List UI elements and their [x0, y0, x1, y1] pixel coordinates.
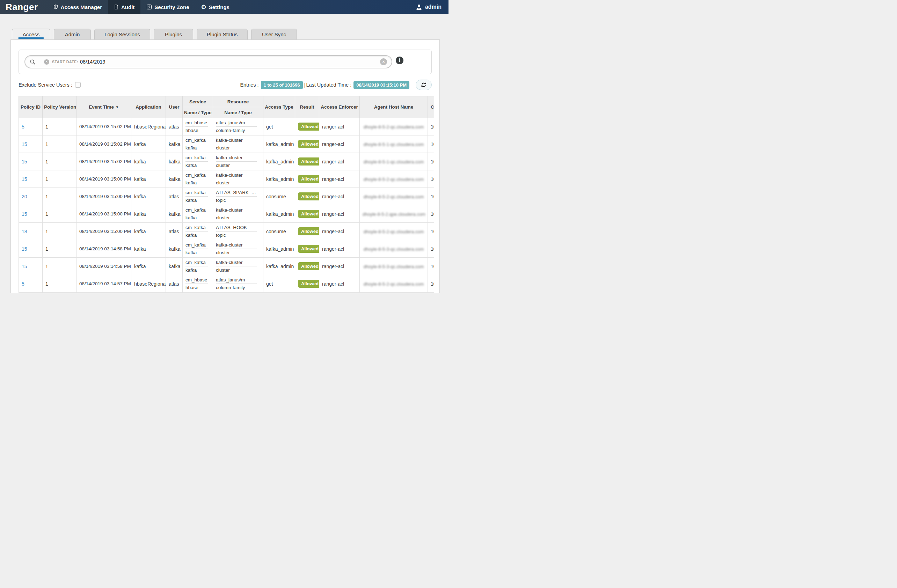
policy-id-link[interactable]: 15 — [21, 211, 27, 217]
cell-access-type — [263, 293, 295, 294]
cell-resource: kafka-clustercluster — [213, 136, 263, 153]
name-type-divider — [216, 266, 257, 266]
tab-login-sessions[interactable]: Login Sessions — [94, 29, 150, 40]
access-audit-panel: × START DATE: 08/14/2019 × i Exclude Ser… — [11, 40, 440, 293]
cell-agent-host-name: dhoyle-8-5-2-qc.cloudera.com — [360, 275, 428, 293]
exclude-label: Exclude Service Users : — [18, 82, 72, 88]
cell-resource-type: cluster — [216, 145, 260, 151]
cell-policy-version: 1 — [43, 170, 77, 188]
exclude-service-users: Exclude Service Users : — [18, 82, 81, 88]
cell-client-ip: 10. — [428, 223, 435, 240]
tab-admin[interactable]: Admin — [54, 29, 91, 40]
name-type-divider — [185, 214, 208, 214]
cell-agent-host-name: dhoyle-8-5-1-qc.cloudera.com — [360, 136, 428, 153]
name-type-divider — [216, 214, 257, 214]
tab-plugins[interactable]: Plugins — [154, 29, 193, 40]
app-logo[interactable]: Ranger — [0, 0, 47, 14]
col-client-ip: Client IP — [428, 96, 435, 118]
cell-user: kafka — [166, 205, 183, 223]
cell-resource-name: atlas_janus/m — [216, 120, 260, 125]
cell-policy-id: 15 — [19, 136, 43, 153]
nav-security-zone[interactable]: Security Zone — [141, 0, 195, 14]
cell-resource: kafka-clustercluster — [213, 258, 263, 275]
policy-id-link[interactable]: 15 — [21, 246, 27, 252]
sort-desc-icon: ▼ — [116, 105, 119, 109]
nav-access-manager[interactable]: Access Manager — [47, 0, 108, 14]
cell-service-name: cm_kafka — [185, 173, 210, 178]
cell-policy-id: 15 — [19, 205, 43, 223]
file-icon — [114, 4, 119, 10]
policy-id-link[interactable]: 18 — [21, 229, 27, 234]
cell-service-name: cm_kafka — [185, 225, 210, 230]
cell-resource-name: ATLAS_SPARK_… — [216, 190, 260, 195]
info-icon[interactable]: i — [396, 57, 403, 64]
cell-service — [183, 293, 213, 294]
audit-row: 15108/14/2019 03:15:02 PMkafkakafkacm_ka… — [19, 136, 435, 153]
cell-user: kafka — [166, 258, 183, 275]
cell-policy-id: 15 — [19, 258, 43, 275]
name-type-divider — [216, 249, 257, 249]
cell-event-time: 08/14/2019 03:15:00 PM — [77, 223, 131, 240]
cell-resource-type: topic — [216, 198, 260, 203]
cell-resource-name: kafka-cluster — [216, 137, 260, 143]
cell-client-ip: 10. — [428, 170, 435, 188]
cell-agent-host-name — [360, 293, 428, 294]
cell-result: Allowed — [295, 275, 319, 293]
cell-application: hbaseRegional — [131, 275, 166, 293]
policy-id-link[interactable]: 15 — [21, 176, 27, 182]
cell-service-type: kafka — [185, 215, 210, 220]
remove-filter-icon[interactable]: × — [44, 60, 49, 64]
cell-service: cm_kafkakafka — [183, 223, 213, 240]
cell-service-type: kafka — [185, 232, 210, 238]
cell-service: cm_kafkakafka — [183, 205, 213, 223]
policy-id-link[interactable]: 15 — [21, 264, 27, 269]
name-type-divider — [216, 231, 257, 232]
audit-tabs: Access Admin Login Sessions Plugins Plug… — [12, 29, 448, 40]
cell-resource-name: kafka-cluster — [216, 260, 260, 265]
policy-id-link[interactable]: 5 — [21, 281, 24, 287]
cell-resource-name: kafka-cluster — [216, 242, 260, 247]
cell-resource-type: cluster — [216, 163, 260, 168]
exclude-checkbox[interactable] — [75, 82, 81, 88]
cell-application: kafka — [131, 240, 166, 258]
cell-policy-version: 1 — [43, 275, 77, 293]
refresh-button[interactable] — [416, 79, 432, 90]
result-badge: Allowed — [298, 227, 319, 235]
tab-access[interactable]: Access — [12, 29, 50, 40]
cell-resource: kafka-clustercluster — [213, 153, 263, 170]
cell-policy-version: 1 — [43, 153, 77, 170]
cell-resource-type: cluster — [216, 180, 260, 185]
cell-access-type: get — [263, 275, 295, 293]
cell-application: hbaseRegional — [131, 118, 166, 136]
cell-access-enforcer: ranger-acl — [319, 170, 360, 188]
policy-id-link[interactable]: 15 — [21, 159, 27, 165]
col-agent-host-name: Agent Host Name — [360, 96, 428, 118]
nav-label: Settings — [209, 4, 230, 10]
tab-plugin-status[interactable]: Plugin Status — [197, 29, 248, 40]
col-event-time[interactable]: Event Time▼ — [77, 96, 131, 118]
user-menu[interactable]: admin — [409, 0, 448, 14]
cell-service-name: cm_kafka — [185, 260, 210, 265]
cell-policy-version: 1 — [43, 258, 77, 275]
nav-audit[interactable]: Audit — [108, 0, 141, 14]
search-input[interactable]: × START DATE: 08/14/2019 × — [24, 55, 392, 69]
agent-host-text: dhoyle-8-5-2-qc.cloudera.com — [364, 229, 424, 234]
tab-user-sync[interactable]: User Sync — [251, 29, 297, 40]
cell-resource: ATLAS_HOOKtopic — [213, 223, 263, 240]
cell-result: Allowed — [295, 258, 319, 275]
name-type-divider — [185, 179, 208, 179]
clear-search-icon[interactable]: × — [380, 58, 387, 65]
col-result: Result — [295, 96, 319, 118]
result-badge: Allowed — [298, 122, 319, 131]
result-badge: Allowed — [298, 192, 319, 200]
policy-id-link[interactable]: 5 — [21, 124, 24, 130]
cell-agent-host-name: dhoyle-8-5-2-qc.cloudera.com — [360, 170, 428, 188]
cell-service-type: hbase — [185, 128, 210, 133]
policy-id-link[interactable]: 20 — [21, 194, 27, 199]
nav-settings[interactable]: ⚙ Settings — [195, 0, 236, 14]
policy-id-link[interactable]: 15 — [21, 141, 27, 147]
name-type-divider — [216, 196, 257, 197]
agent-host-text: dhoyle-8-5-2-qc.cloudera.com — [364, 177, 424, 182]
main-nav: Access Manager Audit Security Zone ⚙ Set… — [47, 0, 236, 14]
cell-service: cm_kafkakafka — [183, 170, 213, 188]
